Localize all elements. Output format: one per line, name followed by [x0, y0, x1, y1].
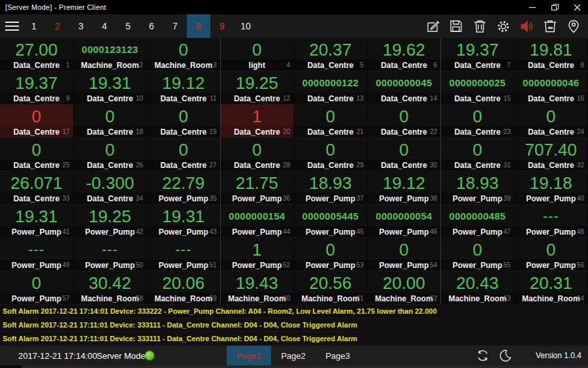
- toolbar-tab-1[interactable]: 1: [22, 14, 46, 38]
- page-tab-page1[interactable]: Page1: [227, 346, 271, 365]
- data-tile-11[interactable]: 19.12Data_Centre11: [147, 71, 221, 105]
- toolbar-tab-3[interactable]: 3: [69, 14, 93, 38]
- data-tile-47[interactable]: 0000000485Power_Pump47: [441, 205, 515, 238]
- data-tile-40[interactable]: 19.18Power_Pump40: [515, 171, 588, 205]
- data-tile-34[interactable]: -0.300Data_Centre34: [74, 171, 148, 205]
- data-tile-63[interactable]: 20.43Machine_Room63: [441, 271, 515, 305]
- delete-icon[interactable]: [468, 14, 491, 38]
- data-tile-48[interactable]: ---Power_Pump48: [515, 205, 588, 238]
- data-tile-53[interactable]: 0Power_Pump53: [294, 238, 368, 271]
- data-tile-2[interactable]: 0000123123Machine_Room2: [74, 38, 148, 71]
- sound-on-icon[interactable]: [515, 14, 538, 38]
- data-tile-10[interactable]: 19.31Data_Centre10: [74, 71, 148, 105]
- data-tile-51[interactable]: ---Power_Pump51: [147, 238, 221, 271]
- toolbar-tab-9[interactable]: 9: [210, 14, 234, 38]
- tile-footer: Power_Pump39: [441, 193, 514, 204]
- data-tile-39[interactable]: 18.93Power_Pump39: [441, 171, 515, 205]
- data-tile-33[interactable]: 26.071Data_Centre33: [0, 171, 74, 205]
- data-tile-18[interactable]: 0Data_Centre18: [74, 105, 148, 138]
- data-tile-4[interactable]: 0light4: [221, 38, 295, 71]
- tile-grid: 27.00Data_Centre10000123123Machine_Room2…: [0, 38, 588, 305]
- data-tile-43[interactable]: 19.31Power_Pump43: [147, 205, 221, 238]
- toolbar-tab-6[interactable]: 6: [140, 14, 163, 38]
- data-tile-38[interactable]: 19.12Power_Pump38: [368, 171, 442, 205]
- data-tile-57[interactable]: 0Power_Pump57: [0, 271, 74, 305]
- location-icon[interactable]: [562, 14, 585, 38]
- data-tile-25[interactable]: 0Data_Centre25: [0, 138, 74, 171]
- data-tile-41[interactable]: 19.31Power_Pump41: [0, 205, 74, 238]
- data-tile-60[interactable]: 19.43Machine_Room60: [221, 271, 295, 305]
- data-tile-15[interactable]: 0000000025Data_Centre15: [441, 71, 515, 105]
- tile-footer: Power_Pump55: [441, 259, 514, 271]
- data-tile-54[interactable]: 0Power_Pump54: [368, 238, 442, 271]
- data-tile-37[interactable]: 18.93Power_Pump37: [294, 171, 368, 205]
- minimize-button[interactable]: [521, 0, 544, 14]
- data-tile-9[interactable]: 19.37Data_Centre9: [0, 71, 74, 105]
- data-tile-5[interactable]: 20.37Data_Centre5: [294, 38, 368, 71]
- close-button[interactable]: [566, 0, 588, 14]
- data-tile-22[interactable]: 0Data_Centre22: [368, 105, 442, 138]
- data-tile-49[interactable]: ---Power_Pump49: [0, 238, 74, 271]
- data-tile-26[interactable]: 0Data_Centre26: [74, 138, 148, 171]
- data-tile-6[interactable]: 19.62Data_Centre6: [368, 38, 442, 71]
- page-tab-page2[interactable]: Page2: [271, 346, 316, 365]
- data-tile-35[interactable]: 22.79Power_Pump35: [147, 171, 221, 205]
- toolbar-tab-5[interactable]: 5: [116, 14, 140, 38]
- data-tile-59[interactable]: 20.06Machine_Room59: [147, 271, 221, 305]
- data-tile-28[interactable]: 0Data_Centre28: [221, 138, 295, 171]
- data-tile-20[interactable]: 1Data_Centre20: [221, 105, 295, 138]
- data-tile-27[interactable]: 0Data_Centre27: [147, 138, 221, 171]
- image-bin-icon[interactable]: [538, 14, 562, 38]
- data-tile-1[interactable]: 27.00Data_Centre1: [0, 38, 74, 71]
- toolbar-tab-7[interactable]: 7: [163, 14, 187, 38]
- tile-label: Data_Centre: [454, 61, 500, 70]
- toolbar-tab-4[interactable]: 4: [93, 14, 116, 38]
- data-tile-13[interactable]: 0000000122Data_Centre13: [294, 71, 368, 105]
- settings-icon[interactable]: [491, 14, 515, 38]
- data-tile-12[interactable]: 19.25Data_Centre12: [221, 71, 295, 105]
- sync-icon[interactable]: [472, 346, 494, 365]
- data-tile-14[interactable]: 0000000045Data_Centre14: [368, 71, 442, 105]
- toolbar-tab-10[interactable]: 10: [234, 14, 257, 38]
- data-tile-16[interactable]: 0000000046Data_Centre16: [515, 71, 588, 105]
- data-tile-17[interactable]: 0Data_Centre17: [0, 105, 74, 138]
- data-tile-62[interactable]: 20.00Machine_Room62: [368, 271, 442, 305]
- data-tile-45[interactable]: 0000005445Power_Pump45: [294, 205, 368, 238]
- toolbar-tab-2[interactable]: 2: [46, 14, 69, 38]
- data-tile-42[interactable]: 19.25Power_Pump42: [74, 205, 148, 238]
- data-tile-8[interactable]: 19.81Data_Centre8: [515, 38, 588, 71]
- tile-index: 15: [503, 95, 510, 102]
- save-icon[interactable]: [444, 14, 468, 38]
- data-tile-29[interactable]: 0Data_Centre29: [294, 138, 368, 171]
- menu-icon[interactable]: [0, 14, 22, 38]
- data-tile-50[interactable]: ---Power_Pump50: [74, 238, 148, 271]
- data-tile-24[interactable]: 0Data_Centre24: [515, 105, 588, 138]
- maximize-restore-button[interactable]: [544, 0, 566, 14]
- tile-value: 0000123123: [74, 38, 147, 59]
- toolbar-tab-8[interactable]: 8: [187, 14, 210, 38]
- data-tile-31[interactable]: 0Data_Centre31: [441, 138, 515, 171]
- data-tile-55[interactable]: 0Power_Pump55: [441, 238, 515, 271]
- data-tile-44[interactable]: 0000000154Power_Pump44: [221, 205, 295, 238]
- dark-mode-icon[interactable]: [494, 346, 516, 365]
- data-tile-61[interactable]: 20.56Machine_Room61: [294, 271, 368, 305]
- data-tile-46[interactable]: 0000000054Power_Pump46: [368, 205, 442, 238]
- data-tile-3[interactable]: 0Machine_Room3: [147, 38, 221, 71]
- edit-icon[interactable]: [421, 14, 444, 38]
- data-tile-7[interactable]: 19.37Data_Centre7: [441, 38, 515, 71]
- data-tile-64[interactable]: 20.31Machine_Room64: [515, 271, 588, 305]
- tile-value: 0: [147, 138, 220, 159]
- data-tile-58[interactable]: 30.42Machine_Room58: [74, 271, 148, 305]
- data-tile-30[interactable]: 0Data_Centre30: [368, 138, 442, 171]
- data-tile-36[interactable]: 21.75Power_Pump36: [221, 171, 295, 205]
- data-tile-23[interactable]: 0Data_Centre23: [441, 105, 515, 138]
- scrollbar-thumb[interactable]: [22, 365, 588, 368]
- horizontal-scrollbar[interactable]: [0, 365, 588, 368]
- data-tile-21[interactable]: 0Data_Centre21: [294, 105, 368, 138]
- tile-footer: Data_Centre14: [368, 93, 441, 104]
- data-tile-56[interactable]: 0Power_Pump56: [515, 238, 588, 271]
- page-tab-page3[interactable]: Page3: [316, 346, 360, 365]
- data-tile-52[interactable]: 1Power_Pump52: [221, 238, 295, 271]
- data-tile-32[interactable]: 707.40Data_Centre32: [515, 138, 588, 171]
- data-tile-19[interactable]: 0Data_Centre19: [147, 105, 221, 138]
